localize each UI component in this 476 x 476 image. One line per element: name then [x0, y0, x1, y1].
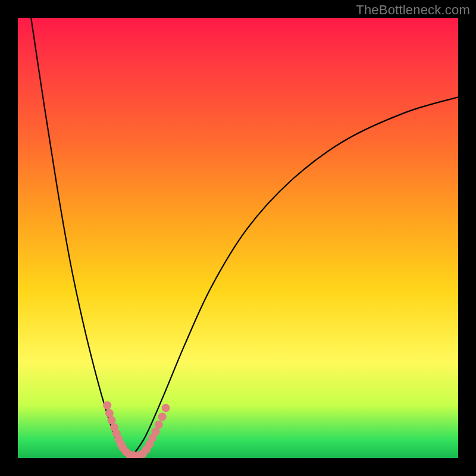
data-marker	[105, 409, 114, 418]
chart-plot-area	[18, 18, 458, 458]
curve-right-branch	[132, 97, 458, 456]
watermark-text: TheBottleneck.com	[356, 2, 470, 18]
data-marker	[162, 404, 170, 412]
data-marker	[103, 401, 111, 409]
data-marker	[158, 412, 167, 421]
chart-svg	[18, 18, 458, 458]
curve-left-branch	[31, 18, 132, 456]
chart-frame: TheBottleneck.com	[0, 0, 476, 476]
data-marker	[155, 421, 163, 429]
